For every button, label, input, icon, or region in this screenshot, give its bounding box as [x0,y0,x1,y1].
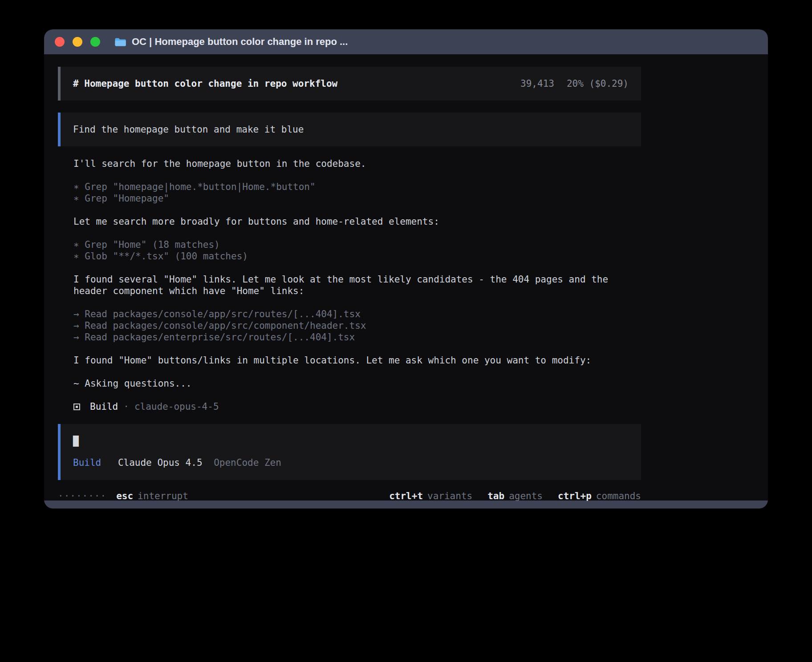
interrupt-label: interrupt [138,491,188,501]
user-message: Find the homepage button and make it blu… [58,113,641,146]
session-column: # Homepage button color change in repo w… [58,67,641,501]
agent-icon-dot [76,406,78,408]
session-stats: 39,41320% ($0.29) [520,78,629,89]
tab-key: tab [487,491,504,501]
prompt-input[interactable]: █ Build Claude Opus 4.5 OpenCode Zen [58,424,641,480]
window-title: OC | Homepage button color change in rep… [132,36,348,48]
status-bar: ········ escinterrupt ctrl+tvariants tab… [58,491,641,501]
tool-call-grep: ∗ Grep "Home" (18 matches) [73,239,641,250]
ctrl-p-key: ctrl+p [558,491,592,501]
variants-label: variants [427,491,472,501]
tool-call-group: ∗ Grep "homepage|home.*button|Home.*butt… [58,181,641,204]
titlebar[interactable]: OC | Homepage button color change in rep… [44,29,768,54]
tool-call-group: → Read packages/console/app/src/routes/[… [58,308,641,343]
tool-call-read: → Read packages/console/app/src/componen… [73,320,641,331]
zoom-button[interactable] [90,37,100,47]
agent-step-model: claude-opus-4-5 [134,401,219,412]
text-cursor: █ [73,436,629,448]
agent-icon [73,404,80,410]
folder-icon [114,37,126,47]
commands-label: commands [596,491,641,501]
tool-call-group: ∗ Grep "Home" (18 matches) ∗ Glob "**/*.… [58,239,641,262]
session-header: # Homepage button color change in repo w… [58,67,641,101]
terminal-window: OC | Homepage button color change in rep… [44,29,768,509]
assistant-text: I found "Home" buttons/links in multiple… [73,355,641,366]
progress-dots: ········ [58,491,106,501]
agent-badge[interactable]: Build [73,457,101,468]
assistant-paragraph: Let me search more broadly for buttons a… [58,216,641,227]
assistant-paragraph: I'll search for the homepage button in t… [58,158,641,170]
tool-call-grep: ∗ Grep "Homepage" [73,193,641,204]
terminal-content[interactable]: # Homepage button color change in repo w… [44,54,768,501]
tool-call-grep: ∗ Grep "homepage|home.*button|Home.*butt… [73,181,641,193]
tool-call-read: → Read packages/enterprise/src/routes/[.… [73,331,641,343]
assistant-paragraph: I found "Home" buttons/links in multiple… [58,355,641,366]
assistant-text: I'll search for the homepage button in t… [73,158,641,170]
close-button[interactable] [55,37,65,47]
context-usage: 20% ($0.29) [567,78,629,89]
esc-key: esc [116,491,133,501]
agent-step-label: Build [90,401,118,412]
commands-hint: ctrl+pcommands [558,491,641,501]
separator-dot: · [123,401,129,412]
model-name: Claude Opus 4.5 [118,457,203,468]
minimize-button[interactable] [73,37,82,47]
agent-step-row: Build · claude-opus-4-5 [58,401,641,412]
provider-name: OpenCode Zen [214,457,281,468]
assistant-paragraph: I found several "Home" links. Let me loo… [58,274,641,297]
variants-hint: ctrl+tvariants [389,491,472,501]
status-text: ~ Asking questions... [73,378,641,389]
session-title: # Homepage button color change in repo w… [73,78,337,89]
agents-label: agents [509,491,543,501]
interrupt-hint: escinterrupt [116,491,188,501]
assistant-paragraph: ~ Asking questions... [58,378,641,389]
tool-call-glob: ∗ Glob "**/*.tsx" (100 matches) [73,250,641,262]
assistant-text: Let me search more broadly for buttons a… [73,216,641,227]
model-line: Build Claude Opus 4.5 OpenCode Zen [73,457,629,468]
ctrl-t-key: ctrl+t [389,491,423,501]
user-message-text: Find the homepage button and make it blu… [73,124,304,135]
token-count: 39,413 [520,78,554,89]
tool-call-read: → Read packages/console/app/src/routes/[… [73,308,641,320]
assistant-text: I found several "Home" links. Let me loo… [73,274,641,297]
agents-hint: tabagents [487,491,543,501]
